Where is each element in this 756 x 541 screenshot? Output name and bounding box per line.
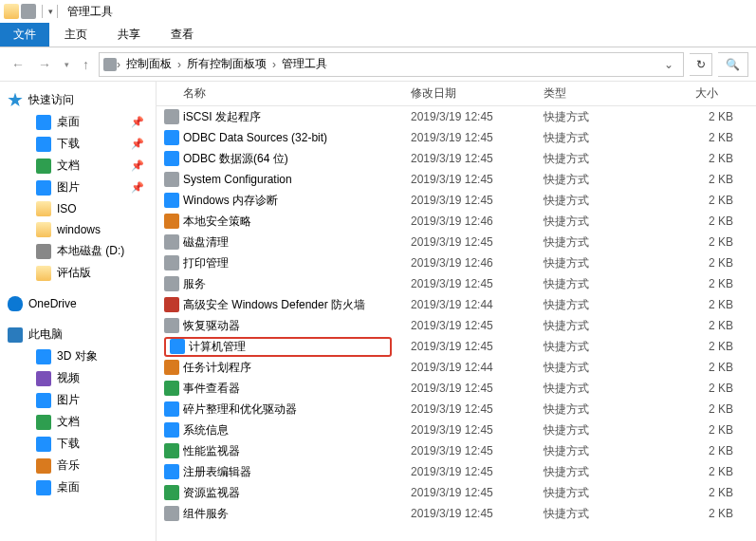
refresh-button[interactable]: ↻ <box>690 53 712 76</box>
file-row[interactable]: 事件查看器2019/3/19 12:45快捷方式2 KB <box>157 378 756 399</box>
control-panel-icon <box>103 58 117 71</box>
breadcrumb[interactable]: 控制面板 <box>120 56 177 72</box>
file-row[interactable]: 任务计划程序2019/3/19 12:44快捷方式2 KB <box>157 357 756 378</box>
search-input[interactable]: 🔍 <box>718 52 748 77</box>
sidebar-item[interactable]: 音乐 <box>0 455 156 476</box>
tab-share[interactable]: 共享 <box>102 23 156 47</box>
file-row[interactable]: 组件服务2019/3/19 12:45快捷方式2 KB <box>157 503 756 524</box>
sidebar-item[interactable]: 视频 <box>0 367 156 389</box>
sidebar-item[interactable]: 文档 <box>0 411 156 433</box>
folder-icon <box>36 137 51 152</box>
file-size: 2 KB <box>667 444 733 457</box>
properties-icon[interactable] <box>21 4 36 19</box>
file-date: 2019/3/19 12:45 <box>411 507 544 520</box>
qat-dropdown-icon[interactable]: ▾ <box>48 7 53 16</box>
breadcrumb[interactable]: 所有控制面板项 <box>181 56 272 72</box>
recent-dropdown-icon[interactable]: ▾ <box>61 58 73 71</box>
sidebar-item-label: 评估版 <box>57 265 91 281</box>
tab-view[interactable]: 查看 <box>156 23 209 47</box>
tab-home[interactable]: 主页 <box>49 23 102 47</box>
back-button[interactable]: ← <box>8 55 28 74</box>
file-size: 2 KB <box>667 507 733 520</box>
file-type: 快捷方式 <box>544 234 667 251</box>
breadcrumb[interactable]: 管理工具 <box>276 56 333 72</box>
file-row[interactable]: 碎片整理和优化驱动器2019/3/19 12:45快捷方式2 KB <box>157 399 756 420</box>
sidebar-item[interactable]: 桌面 <box>0 476 156 498</box>
folder-icon <box>36 180 51 196</box>
sidebar-item[interactable]: 下载 <box>0 433 156 455</box>
file-row[interactable]: 恢复驱动器2019/3/19 12:45快捷方式2 KB <box>157 315 756 336</box>
sidebar-item[interactable]: windows <box>0 219 156 240</box>
file-icon <box>164 318 179 333</box>
file-row[interactable]: 高级安全 Windows Defender 防火墙2019/3/19 12:44… <box>157 294 756 315</box>
file-date: 2019/3/19 12:45 <box>411 319 544 332</box>
file-row[interactable]: 系统信息2019/3/19 12:45快捷方式2 KB <box>157 420 756 440</box>
breadcrumb-bar[interactable]: › 控制面板 › 所有控制面板项 › 管理工具 ⌄ <box>99 52 684 77</box>
file-row[interactable]: 打印管理2019/3/19 12:46快捷方式2 KB <box>157 252 756 273</box>
sidebar-item[interactable]: 桌面📌 <box>0 111 156 133</box>
sidebar-item-label: windows <box>57 223 101 236</box>
file-icon <box>164 464 179 479</box>
file-date: 2019/3/19 12:46 <box>411 256 544 270</box>
file-row[interactable]: 计算机管理2019/3/19 12:45快捷方式2 KB <box>157 336 756 357</box>
cloud-icon <box>8 296 23 311</box>
tab-file[interactable]: 文件 <box>0 23 49 47</box>
file-date: 2019/3/19 12:45 <box>411 277 544 290</box>
file-row[interactable]: 注册表编辑器2019/3/19 12:45快捷方式2 KB <box>157 461 756 482</box>
sidebar-item[interactable]: 图片📌 <box>0 177 156 198</box>
folder-icon <box>36 115 51 130</box>
sidebar-item-label: 本地磁盘 (D:) <box>57 243 124 259</box>
file-date: 2019/3/19 12:45 <box>411 444 544 457</box>
file-row[interactable]: ODBC Data Sources (32-bit)2019/3/19 12:4… <box>157 127 756 148</box>
file-name: Windows 内存诊断 <box>183 193 411 209</box>
file-row[interactable]: iSCSI 发起程序2019/3/19 12:45快捷方式2 KB <box>157 106 756 127</box>
sidebar-item[interactable]: 3D 对象 <box>0 345 156 367</box>
file-name: 性能监视器 <box>183 443 411 459</box>
file-row[interactable]: System Configuration2019/3/19 12:45快捷方式2… <box>157 169 756 190</box>
file-name: 注册表编辑器 <box>183 464 411 480</box>
column-name[interactable]: 名称 <box>157 85 403 102</box>
file-row[interactable]: 磁盘清理2019/3/19 12:45快捷方式2 KB <box>157 232 756 252</box>
file-row[interactable]: ODBC 数据源(64 位)2019/3/19 12:45快捷方式2 KB <box>157 148 756 169</box>
column-date[interactable]: 修改日期 <box>403 85 536 102</box>
sidebar-onedrive[interactable]: OneDrive <box>0 293 156 314</box>
sidebar-item[interactable]: ISO <box>0 198 156 219</box>
sidebar-item[interactable]: 下载📌 <box>0 133 156 155</box>
file-date: 2019/3/19 12:45 <box>411 486 544 499</box>
file-name: 磁盘清理 <box>183 234 411 251</box>
app-icon <box>4 4 19 19</box>
address-dropdown-icon[interactable]: ⌄ <box>658 58 679 71</box>
file-row[interactable]: 本地安全策略2019/3/19 12:46快捷方式2 KB <box>157 211 756 232</box>
file-row[interactable]: 服务2019/3/19 12:45快捷方式2 KB <box>157 273 756 294</box>
file-type: 快捷方式 <box>544 381 667 397</box>
sidebar-item[interactable]: 评估版 <box>0 262 156 284</box>
sidebar-quick-access[interactable]: 快速访问 <box>0 89 156 111</box>
sidebar-item-label: 桌面 <box>57 114 80 130</box>
forward-button[interactable]: → <box>34 55 55 74</box>
file-type: 快捷方式 <box>544 464 667 480</box>
sidebar-item[interactable]: 图片 <box>0 389 156 411</box>
file-size: 2 KB <box>667 298 733 311</box>
file-size: 2 KB <box>667 361 733 374</box>
file-icon <box>164 276 179 291</box>
file-name-highlighted[interactable]: 计算机管理 <box>164 337 392 357</box>
navigation-pane: 快速访问 桌面📌下载📌文档📌图片📌ISOwindows本地磁盘 (D:)评估版 … <box>0 82 157 541</box>
file-name: 本地安全策略 <box>183 214 411 230</box>
sidebar-item[interactable]: 本地磁盘 (D:) <box>0 240 156 262</box>
file-type: 快捷方式 <box>544 109 667 125</box>
up-button[interactable]: ↑ <box>79 55 93 74</box>
file-row[interactable]: Windows 内存诊断2019/3/19 12:45快捷方式2 KB <box>157 190 756 211</box>
column-type[interactable]: 类型 <box>536 85 659 102</box>
pin-icon: 📌 <box>131 116 144 128</box>
column-size[interactable]: 大小 <box>659 85 726 102</box>
file-row[interactable]: 性能监视器2019/3/19 12:45快捷方式2 KB <box>157 440 756 461</box>
file-name: System Configuration <box>183 173 411 186</box>
file-size: 2 KB <box>667 319 733 332</box>
file-icon <box>164 234 179 250</box>
sidebar-item[interactable]: 文档📌 <box>0 155 156 177</box>
sidebar-this-pc[interactable]: 此电脑 <box>0 324 156 345</box>
file-icon <box>164 214 179 229</box>
file-row[interactable]: 资源监视器2019/3/19 12:45快捷方式2 KB <box>157 482 756 503</box>
file-type: 快捷方式 <box>544 443 667 459</box>
folder-icon <box>36 437 51 452</box>
